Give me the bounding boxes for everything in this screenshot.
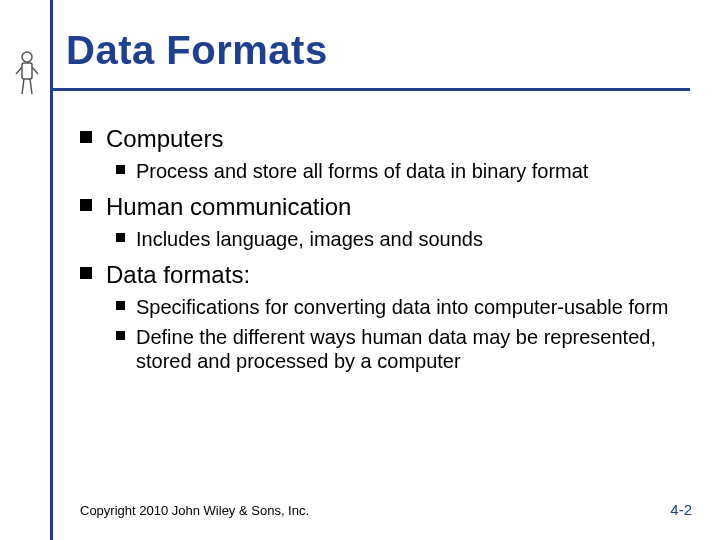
bullet-l1: Human communication xyxy=(80,193,680,221)
square-bullet-icon xyxy=(80,199,92,211)
bullet-text: Specifications for converting data into … xyxy=(136,296,669,318)
bullet-text: Human communication xyxy=(106,193,351,220)
svg-line-4 xyxy=(22,79,24,94)
svg-line-5 xyxy=(30,79,32,94)
bullet-l2: Specifications for converting data into … xyxy=(116,295,680,319)
bullet-text: Process and store all forms of data in b… xyxy=(136,160,588,182)
bullet-text: Includes language, images and sounds xyxy=(136,228,483,250)
bullet-l2: Process and store all forms of data in b… xyxy=(116,159,680,183)
page-number: 4-2 xyxy=(670,501,692,518)
bullet-l1: Data formats: xyxy=(80,261,680,289)
bullet-l1: Computers xyxy=(80,125,680,153)
content-area: Computers Process and store all forms of… xyxy=(80,115,680,375)
bullet-l2: Define the different ways human data may… xyxy=(116,325,680,373)
square-bullet-icon xyxy=(80,267,92,279)
bullet-text: Computers xyxy=(106,125,223,152)
square-bullet-icon xyxy=(116,233,125,242)
svg-point-0 xyxy=(22,52,32,62)
square-bullet-icon xyxy=(116,301,125,310)
slide-title: Data Formats xyxy=(66,28,328,73)
square-bullet-icon xyxy=(116,331,125,340)
bullet-text: Data formats: xyxy=(106,261,250,288)
svg-line-3 xyxy=(32,67,38,74)
square-bullet-icon xyxy=(116,165,125,174)
bullet-text: Define the different ways human data may… xyxy=(136,326,656,372)
svg-line-2 xyxy=(16,67,22,74)
bullet-l2: Includes language, images and sounds xyxy=(116,227,680,251)
copyright-text: Copyright 2010 John Wiley & Sons, Inc. xyxy=(80,503,309,518)
vertical-rule xyxy=(50,0,53,540)
title-underline xyxy=(50,88,690,91)
mascot-icon xyxy=(14,50,40,96)
svg-rect-1 xyxy=(22,63,32,79)
square-bullet-icon xyxy=(80,131,92,143)
